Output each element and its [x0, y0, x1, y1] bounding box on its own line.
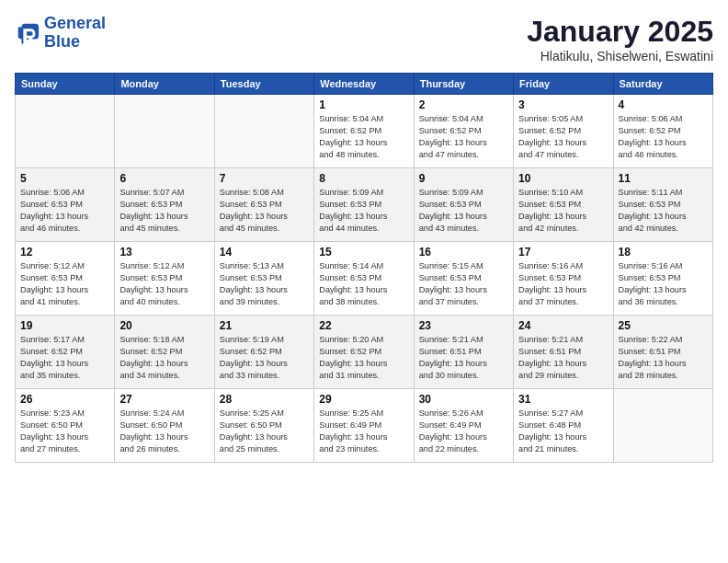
table-cell: 25Sunrise: 5:22 AM Sunset: 6:51 PM Dayli… [613, 316, 712, 389]
table-cell [214, 95, 313, 168]
header-saturday: Saturday [613, 74, 712, 95]
day-number: 31 [518, 393, 608, 406]
week-row-2: 5Sunrise: 5:06 AM Sunset: 6:53 PM Daylig… [16, 168, 713, 242]
day-info: Sunrise: 5:17 AM Sunset: 6:52 PM Dayligh… [20, 334, 109, 382]
day-info: Sunrise: 5:14 AM Sunset: 6:53 PM Dayligh… [319, 260, 408, 308]
day-number: 10 [518, 172, 608, 185]
table-cell: 28Sunrise: 5:25 AM Sunset: 6:50 PM Dayli… [214, 389, 313, 463]
table-cell: 13Sunrise: 5:12 AM Sunset: 6:53 PM Dayli… [115, 242, 214, 316]
week-row-4: 19Sunrise: 5:17 AM Sunset: 6:52 PM Dayli… [16, 316, 713, 389]
table-cell: 10Sunrise: 5:10 AM Sunset: 6:53 PM Dayli… [514, 168, 613, 242]
title-block: January 2025 Hlatikulu, Shiselweni, Eswa… [527, 15, 713, 63]
header-tuesday: Tuesday [214, 74, 313, 95]
day-info: Sunrise: 5:16 AM Sunset: 6:53 PM Dayligh… [518, 260, 608, 308]
day-number: 11 [619, 172, 708, 185]
table-cell: 26Sunrise: 5:23 AM Sunset: 6:50 PM Dayli… [16, 389, 115, 463]
day-info: Sunrise: 5:25 AM Sunset: 6:49 PM Dayligh… [319, 408, 408, 455]
table-cell: 23Sunrise: 5:21 AM Sunset: 6:51 PM Dayli… [414, 316, 513, 389]
day-info: Sunrise: 5:10 AM Sunset: 6:53 PM Dayligh… [518, 187, 608, 235]
day-info: Sunrise: 5:06 AM Sunset: 6:53 PM Dayligh… [20, 187, 109, 235]
table-cell: 4Sunrise: 5:06 AM Sunset: 6:52 PM Daylig… [613, 95, 712, 168]
day-info: Sunrise: 5:22 AM Sunset: 6:51 PM Dayligh… [619, 334, 708, 382]
day-info: Sunrise: 5:23 AM Sunset: 6:50 PM Dayligh… [20, 408, 109, 455]
week-row-3: 12Sunrise: 5:12 AM Sunset: 6:53 PM Dayli… [16, 242, 713, 316]
day-number: 14 [220, 246, 309, 259]
day-info: Sunrise: 5:04 AM Sunset: 6:52 PM Dayligh… [319, 113, 408, 161]
table-cell: 30Sunrise: 5:26 AM Sunset: 6:49 PM Dayli… [414, 389, 513, 463]
day-info: Sunrise: 5:04 AM Sunset: 6:52 PM Dayligh… [419, 113, 508, 161]
day-number: 2 [419, 98, 508, 111]
day-info: Sunrise: 5:21 AM Sunset: 6:51 PM Dayligh… [419, 334, 508, 382]
table-cell: 2Sunrise: 5:04 AM Sunset: 6:52 PM Daylig… [414, 95, 513, 168]
day-info: Sunrise: 5:16 AM Sunset: 6:53 PM Dayligh… [619, 260, 708, 308]
table-cell: 29Sunrise: 5:25 AM Sunset: 6:49 PM Dayli… [314, 389, 414, 463]
day-number: 17 [518, 246, 608, 259]
day-info: Sunrise: 5:12 AM Sunset: 6:53 PM Dayligh… [20, 260, 109, 308]
day-number: 23 [419, 319, 508, 332]
day-number: 16 [419, 246, 508, 259]
table-cell: 12Sunrise: 5:12 AM Sunset: 6:53 PM Dayli… [16, 242, 115, 316]
week-row-1: 1Sunrise: 5:04 AM Sunset: 6:52 PM Daylig… [16, 95, 713, 168]
day-number: 6 [119, 172, 209, 185]
logo-line1: General [44, 14, 106, 32]
table-cell: 3Sunrise: 5:05 AM Sunset: 6:52 PM Daylig… [514, 95, 613, 168]
header-friday: Friday [514, 74, 613, 95]
calendar-subtitle: Hlatikulu, Shiselweni, Eswatini [527, 49, 713, 63]
logo-icon [15, 20, 40, 46]
table-cell: 31Sunrise: 5:27 AM Sunset: 6:48 PM Dayli… [514, 389, 613, 463]
header-thursday: Thursday [414, 74, 513, 95]
header-monday: Monday [115, 74, 214, 95]
day-number: 7 [220, 172, 309, 185]
day-number: 29 [319, 393, 408, 406]
day-info: Sunrise: 5:18 AM Sunset: 6:52 PM Dayligh… [119, 334, 209, 382]
logo: General Blue [15, 15, 106, 52]
day-info: Sunrise: 5:08 AM Sunset: 6:53 PM Dayligh… [220, 187, 309, 235]
table-cell: 11Sunrise: 5:11 AM Sunset: 6:53 PM Dayli… [613, 168, 712, 242]
table-cell: 8Sunrise: 5:09 AM Sunset: 6:53 PM Daylig… [314, 168, 414, 242]
day-info: Sunrise: 5:21 AM Sunset: 6:51 PM Dayligh… [518, 334, 608, 382]
day-number: 30 [419, 393, 508, 406]
table-cell: 1Sunrise: 5:04 AM Sunset: 6:52 PM Daylig… [314, 95, 414, 168]
day-number: 22 [319, 319, 408, 332]
day-info: Sunrise: 5:13 AM Sunset: 6:53 PM Dayligh… [220, 260, 309, 308]
day-info: Sunrise: 5:06 AM Sunset: 6:52 PM Dayligh… [619, 113, 708, 161]
day-number: 1 [319, 98, 408, 111]
day-info: Sunrise: 5:24 AM Sunset: 6:50 PM Dayligh… [119, 408, 209, 455]
day-number: 25 [619, 319, 708, 332]
day-number: 13 [119, 246, 209, 259]
logo-line2: Blue [44, 32, 80, 51]
day-number: 26 [20, 393, 109, 406]
weekday-header-row: Sunday Monday Tuesday Wednesday Thursday… [16, 74, 713, 95]
table-cell: 5Sunrise: 5:06 AM Sunset: 6:53 PM Daylig… [16, 168, 115, 242]
table-cell: 6Sunrise: 5:07 AM Sunset: 6:53 PM Daylig… [115, 168, 214, 242]
table-cell: 22Sunrise: 5:20 AM Sunset: 6:52 PM Dayli… [314, 316, 414, 389]
day-number: 4 [619, 98, 708, 111]
day-number: 27 [119, 393, 209, 406]
day-number: 8 [319, 172, 408, 185]
header-wednesday: Wednesday [314, 74, 414, 95]
day-info: Sunrise: 5:15 AM Sunset: 6:53 PM Dayligh… [419, 260, 508, 308]
day-info: Sunrise: 5:09 AM Sunset: 6:53 PM Dayligh… [319, 187, 408, 235]
day-number: 9 [419, 172, 508, 185]
table-cell: 9Sunrise: 5:09 AM Sunset: 6:53 PM Daylig… [414, 168, 513, 242]
day-info: Sunrise: 5:11 AM Sunset: 6:53 PM Dayligh… [619, 187, 708, 235]
day-number: 12 [20, 246, 109, 259]
week-row-5: 26Sunrise: 5:23 AM Sunset: 6:50 PM Dayli… [16, 389, 713, 463]
day-info: Sunrise: 5:05 AM Sunset: 6:52 PM Dayligh… [518, 113, 608, 161]
day-info: Sunrise: 5:12 AM Sunset: 6:53 PM Dayligh… [119, 260, 209, 308]
day-info: Sunrise: 5:25 AM Sunset: 6:50 PM Dayligh… [220, 408, 309, 455]
table-cell: 27Sunrise: 5:24 AM Sunset: 6:50 PM Dayli… [115, 389, 214, 463]
day-number: 19 [20, 319, 109, 332]
table-cell: 15Sunrise: 5:14 AM Sunset: 6:53 PM Dayli… [314, 242, 414, 316]
header-sunday: Sunday [16, 74, 115, 95]
calendar-table: Sunday Monday Tuesday Wednesday Thursday… [15, 73, 713, 463]
table-cell: 18Sunrise: 5:16 AM Sunset: 6:53 PM Dayli… [613, 242, 712, 316]
table-cell [16, 95, 115, 168]
day-info: Sunrise: 5:07 AM Sunset: 6:53 PM Dayligh… [119, 187, 209, 235]
logo-text-block: General Blue [44, 15, 106, 52]
day-number: 15 [319, 246, 408, 259]
calendar-title: January 2025 [527, 15, 713, 49]
day-number: 18 [619, 246, 708, 259]
table-cell: 19Sunrise: 5:17 AM Sunset: 6:52 PM Dayli… [16, 316, 115, 389]
table-cell: 24Sunrise: 5:21 AM Sunset: 6:51 PM Dayli… [514, 316, 613, 389]
